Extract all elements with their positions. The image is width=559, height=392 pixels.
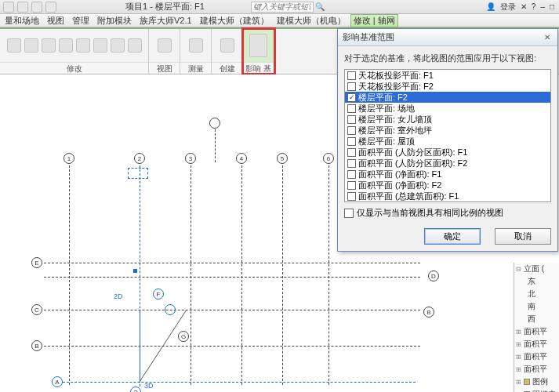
qat-print-icon[interactable]: [45, 2, 56, 13]
list-item[interactable]: 面积平面 (总建筑面积): F1: [345, 191, 550, 201]
grid-bubble-3[interactable]: 3: [185, 153, 196, 164]
ribbon-icon[interactable]: [249, 34, 267, 57]
browser-area-item[interactable]: ⊞面积平: [514, 363, 559, 376]
grid-bubble-g[interactable]: G: [178, 331, 189, 342]
tab-4[interactable]: 族库大师V2.1: [136, 15, 195, 27]
list-item[interactable]: ✓楼层平面: F2: [345, 92, 550, 103]
browser-item[interactable]: 东: [514, 275, 559, 288]
grid-bubble-e[interactable]: E: [31, 257, 42, 268]
list-item[interactable]: 面积平面 (人防分区面积): F1: [345, 147, 550, 158]
checkbox-icon[interactable]: [347, 126, 356, 135]
qat-save-icon[interactable]: [3, 2, 14, 13]
grip-box-top[interactable]: [128, 168, 148, 179]
dialog-titlebar[interactable]: 影响基准范围 ✕: [338, 29, 557, 46]
grid-bubble-2[interactable]: 2: [134, 153, 145, 164]
user-icon[interactable]: 👤: [486, 2, 495, 11]
tab-6[interactable]: 建模大师（机电）: [274, 15, 349, 27]
ribbon-icon[interactable]: [158, 38, 172, 53]
ribbon-icon[interactable]: [111, 38, 125, 53]
grip-node[interactable]: [133, 269, 137, 273]
list-item[interactable]: 面积平面 (净面积): F2: [345, 180, 550, 191]
tab-1[interactable]: 视图: [44, 15, 67, 27]
grid-bubble-5[interactable]: 5: [277, 153, 288, 164]
browser-section[interactable]: ⊟立面 (: [514, 263, 559, 275]
grid-bubble-top[interactable]: [209, 118, 220, 129]
tab-2[interactable]: 管理: [69, 15, 93, 27]
checkbox-icon[interactable]: [347, 137, 356, 146]
list-item[interactable]: 面积平面 (人防分区面积): F2: [345, 158, 550, 169]
browser-item[interactable]: 南: [514, 300, 559, 313]
list-item[interactable]: 面积平面 (净面积): F1: [345, 169, 550, 180]
ribbon-icon[interactable]: [24, 38, 38, 53]
browser-area-item[interactable]: ⊞面积平: [514, 338, 559, 350]
list-item[interactable]: 楼层平面: 女儿墙顶: [345, 114, 550, 125]
list-item[interactable]: 天花板投影平面: F2: [345, 81, 550, 92]
grid-bubble-2b[interactable]: 2: [130, 387, 141, 392]
max-icon[interactable]: □: [550, 2, 554, 11]
tab-5[interactable]: 建模大师（建筑）: [197, 15, 272, 27]
grid-bubble-d[interactable]: D: [428, 270, 439, 281]
sel-circle[interactable]: [165, 304, 176, 315]
ribbon-icon[interactable]: [59, 38, 73, 53]
browser-item[interactable]: 北: [514, 288, 559, 300]
qat-redo-icon[interactable]: [31, 2, 42, 13]
ribbon-icon[interactable]: [189, 38, 203, 53]
same-scale-option[interactable]: 仅显示与当前视图具有相同比例的视图: [344, 207, 551, 219]
ribbon-icon[interactable]: [42, 38, 56, 53]
grid-bubble-6[interactable]: 6: [323, 153, 334, 164]
project-browser[interactable]: ⊟立面 ( 东北南西 ⊞面积平⊞面积平⊞面积平⊞面积平 ⊞图例 ⊞明细表 ⊟图纸…: [514, 263, 559, 392]
grid-bubble-1[interactable]: 1: [64, 153, 74, 164]
dim-3d[interactable]: 3D: [144, 382, 154, 390]
ribbon-icon[interactable]: [93, 38, 107, 53]
grid-bubble-4[interactable]: 4: [236, 153, 247, 164]
tab-7[interactable]: 修改 | 轴网: [350, 14, 398, 27]
browser-item[interactable]: 西: [514, 313, 559, 325]
ribbon-icon[interactable]: [128, 38, 142, 53]
help-icon[interactable]: ?: [532, 2, 536, 11]
view-list[interactable]: 天花板投影平面: F1天花板投影平面: F2✓楼层平面: F2楼层平面: 场地楼…: [344, 69, 551, 202]
checkbox-icon[interactable]: [347, 170, 356, 179]
checkbox-icon[interactable]: [347, 104, 356, 113]
comm-icon[interactable]: ✕: [521, 2, 527, 11]
checkbox-icon[interactable]: [347, 148, 356, 157]
list-item[interactable]: 楼层平面: 屋顶: [345, 136, 550, 147]
list-item[interactable]: 天花板投影平面: F1: [345, 70, 550, 81]
quick-access-toolbar: [3, 2, 56, 13]
search-icon[interactable]: 🔍: [315, 2, 325, 11]
checkbox-icon[interactable]: ✓: [347, 93, 356, 102]
list-item[interactable]: 楼层平面: 室外地坪: [345, 125, 550, 136]
qat-undo-icon[interactable]: [17, 2, 28, 13]
ribbon-icon[interactable]: [7, 38, 21, 53]
checkbox-icon[interactable]: [347, 159, 356, 168]
grid-bubble-c[interactable]: C: [31, 304, 42, 315]
min-icon[interactable]: –: [540, 2, 545, 11]
grid-bubble-b2[interactable]: B: [423, 307, 434, 318]
browser-legend[interactable]: ⊞图例: [514, 376, 559, 388]
checkbox-icon[interactable]: [347, 71, 356, 80]
search-input[interactable]: [251, 2, 314, 13]
tab-0[interactable]: 量和场地: [2, 15, 42, 27]
list-item[interactable]: 楼层平面: 场地: [345, 103, 550, 114]
login-link[interactable]: 登录: [500, 2, 516, 13]
browser-schedule[interactable]: ⊞明细表: [514, 388, 559, 392]
checkbox-icon[interactable]: [344, 209, 354, 218]
tab-3[interactable]: 附加模块: [94, 15, 135, 27]
ok-button[interactable]: 确定: [424, 228, 481, 245]
grid-bubble-b[interactable]: B: [31, 340, 42, 351]
list-item[interactable]: 面积平面 (总建筑面积): F2: [345, 201, 550, 202]
dim-2d[interactable]: 2D: [114, 292, 123, 300]
checkbox-icon[interactable]: [347, 82, 356, 91]
grid-bubble-f[interactable]: F: [153, 289, 164, 299]
checkbox-icon[interactable]: [347, 115, 356, 124]
browser-area-item[interactable]: ⊞面积平: [514, 350, 559, 363]
grid-line-h-sel[interactable]: [55, 382, 416, 383]
checkbox-icon[interactable]: [347, 192, 356, 201]
ribbon-icon[interactable]: [220, 38, 234, 53]
browser-area-item[interactable]: ⊞面积平: [514, 325, 559, 338]
cancel-button[interactable]: 取消: [495, 228, 551, 245]
ribbon-icon[interactable]: [76, 38, 90, 53]
panel-title: 影响 基准: [243, 62, 274, 74]
checkbox-icon[interactable]: [347, 181, 356, 190]
close-icon[interactable]: ✕: [542, 32, 553, 43]
grid-bubble-a[interactable]: A: [52, 376, 63, 387]
